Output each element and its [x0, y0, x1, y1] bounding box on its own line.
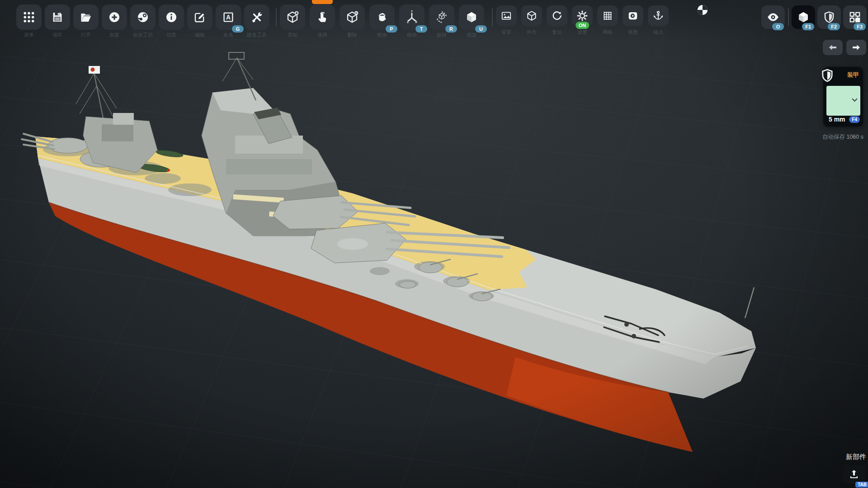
undo-button[interactable] — [823, 40, 843, 55]
toolbar-main: 菜单保存打开新建创意工坊信息编辑AG命名建造工具添加选择删除P喷涂YZXT移动R… — [16, 5, 673, 30]
toolbar-button-label: 命名 — [223, 32, 233, 38]
cube-add-icon — [286, 10, 299, 24]
view-mode-button-eye[interactable]: O — [761, 5, 785, 29]
toolbar-button-label: 视图 — [628, 29, 638, 36]
toolbar-button-anchor[interactable]: 锚点 — [648, 5, 669, 26]
toolbar-button-label: 信息 — [166, 32, 176, 38]
view-cube-icon — [797, 10, 810, 24]
toolbar-button-label: 添加 — [288, 32, 297, 38]
toolbar-button-label: 喷涂 — [377, 32, 387, 38]
settings-gear-icon — [576, 10, 588, 22]
armor-thickness-value: 5 mm — [829, 116, 845, 123]
save-icon — [51, 10, 64, 24]
toolbar-button-info[interactable]: 信息 — [159, 5, 184, 30]
svg-text:X: X — [415, 20, 417, 24]
toolbar-button-scale-cube[interactable]: U缩放 — [459, 5, 484, 30]
history-nav — [823, 40, 868, 55]
toolbar-button-label: 创意工坊 — [133, 32, 153, 38]
toolbar-button-label: 设置 — [577, 29, 587, 36]
toolbar-button-hull-cube[interactable]: 外壳 — [521, 5, 542, 26]
hotkey-badge: T — [415, 25, 427, 33]
hotkey-badge: F2 — [828, 23, 840, 30]
toolbar-button-save[interactable]: 保存 — [45, 5, 70, 30]
redo-button[interactable] — [846, 40, 866, 55]
toolbar-button-label: 建造工具 — [247, 32, 267, 38]
hotkey-badge: F1 — [802, 23, 814, 30]
edit-icon — [193, 10, 207, 24]
folder-open-icon — [79, 10, 93, 24]
toolbar-button-viewport-display[interactable]: 视图 — [623, 5, 643, 26]
toolbar-button-label: 编辑 — [195, 32, 205, 38]
toolbar-button-label: 锚点 — [653, 29, 663, 36]
toolbar-button-move-axes[interactable]: YZXT移动 — [399, 5, 425, 30]
toolbar-button-folder-open[interactable]: 打开 — [73, 5, 99, 30]
view-mode-button-view-cube[interactable]: F1 — [792, 5, 815, 29]
toolbar-button-grid-menu[interactable]: 菜单 — [16, 5, 42, 30]
hull-cube-icon — [526, 10, 538, 22]
grid-icon — [602, 10, 613, 22]
new-part-label: 新部件 — [809, 453, 866, 461]
toolbar-separator — [276, 8, 277, 27]
anchor-icon — [652, 10, 664, 22]
toolbar-button-label: 复位 — [552, 29, 562, 36]
reset-rotate-icon — [551, 10, 563, 22]
toolbar-button-label: 菜单 — [24, 32, 34, 38]
steam-workshop-icon — [136, 10, 150, 24]
svg-text:A: A — [226, 14, 231, 21]
move-axes-icon: YZX — [405, 10, 419, 24]
paint-bucket-icon — [375, 10, 389, 24]
toolbar-button-label: 删除 — [347, 32, 357, 38]
toolbar-button-hand-select[interactable]: 选择 — [310, 5, 335, 30]
viewport-display-icon — [627, 10, 639, 22]
toolbar-button-reset-rotate[interactable]: 复位 — [547, 5, 567, 26]
svg-text:Y: Y — [411, 10, 413, 13]
toolbar-button-new[interactable]: 新建 — [102, 5, 127, 30]
toolbar-button-label: 缩放 — [467, 32, 476, 38]
toolbar-button-paint-bucket[interactable]: P喷涂 — [369, 5, 395, 30]
toolbar-button-steam-workshop[interactable]: 创意工坊 — [130, 5, 156, 30]
rotate-cube-icon — [435, 10, 448, 24]
armor-panel-title: 装甲 — [847, 71, 859, 79]
grid-menu-icon — [22, 10, 36, 24]
cube-remove-icon — [345, 10, 359, 24]
new-part-hotkey-badge: TAB — [855, 482, 868, 488]
autosave-status: 自动保存 1060 s — [769, 133, 863, 141]
armor-color-swatch[interactable] — [826, 86, 860, 116]
up-arrow-tray-icon — [848, 468, 860, 480]
toolbar-button-label: 打开 — [81, 32, 91, 38]
hotkey-badge: O — [772, 23, 784, 30]
viewport-3d[interactable] — [0, 0, 868, 488]
toolbar-button-rotate-cube[interactable]: R旋转 — [429, 5, 454, 30]
toolbar-button-label: 旋转 — [437, 32, 447, 38]
toolbar-button-cube-add[interactable]: 添加 — [280, 5, 305, 30]
decal-text-icon: A — [222, 10, 235, 24]
toolbar-button-label: 移动 — [407, 32, 417, 38]
new-icon — [108, 10, 121, 24]
toolbar-button-background-image[interactable]: 背景 — [496, 5, 517, 26]
battleship-model[interactable] — [0, 0, 868, 488]
toolbar-button-edit[interactable]: 编辑 — [187, 5, 212, 30]
new-part-button[interactable]: TAB — [843, 465, 865, 483]
view-mode-button-armor-shield[interactable]: F2 — [817, 5, 841, 29]
hotkey-badge: F3 — [854, 23, 866, 30]
toolbar-button-build-tools[interactable]: 建造工具 — [244, 5, 269, 30]
center-of-mass-icon — [696, 4, 709, 16]
toolbar-button-label: 网格 — [603, 29, 613, 36]
chevron-down-icon — [852, 98, 858, 102]
toolbar-button-settings-gear[interactable]: ON设置 — [572, 5, 593, 26]
toolbar-button-label: 外壳 — [527, 29, 537, 36]
toolbar-button-label: 新建 — [109, 32, 119, 38]
hotkey-badge: U — [475, 25, 487, 33]
view-mode-button-modules[interactable]: F3 — [843, 5, 867, 29]
toolbar-button-label: 背景 — [501, 29, 511, 36]
toolbar-separator — [788, 8, 789, 26]
toolbar-button-decal-text[interactable]: AG命名 — [216, 5, 241, 30]
toolbar-button-cube-remove[interactable]: 删除 — [340, 5, 365, 30]
toolbar-separator — [492, 8, 493, 27]
svg-text:Z: Z — [407, 20, 409, 24]
armor-shield-icon — [822, 10, 836, 24]
armor-panel: 装甲 5 mm F4 — [823, 67, 863, 127]
hand-select-icon — [316, 10, 329, 24]
toolbar-button-grid[interactable]: 网格 — [597, 5, 618, 26]
arrow-right-icon — [851, 42, 862, 53]
